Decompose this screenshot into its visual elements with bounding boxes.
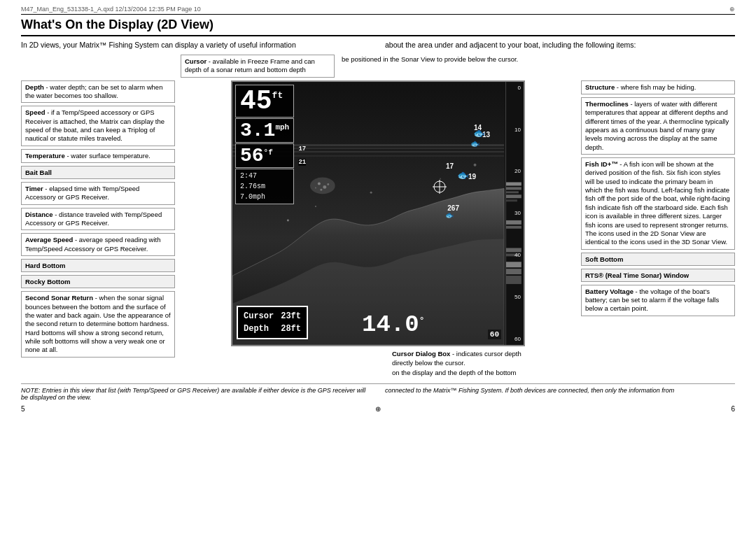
svg-point-13 (320, 189, 322, 191)
label-timer: Timer - elapsed time with Temp/Speed Acc… (21, 182, 175, 205)
header-file-info: M47_Man_Eng_531338-1_A.qxd 12/13/2004 12… (21, 6, 201, 13)
label-temp-text: - water surface temperature. (65, 152, 150, 160)
label-rts-window: RTS® (Real Time Sonar) Window (581, 269, 735, 282)
svg-point-5 (287, 219, 289, 221)
readout-time: 2:47 (240, 171, 289, 181)
sonar-num-21: 21 (298, 159, 306, 166)
center-crosshair: ⊕ (375, 405, 381, 413)
label-structure-text: - where fish may be hiding. (615, 83, 696, 91)
label-depth-text: - water depth; can be set to alarm when … (25, 83, 162, 99)
intro-text: In 2D views, your Matrix™ Fishing System… (21, 41, 735, 49)
header-crosshair: ⊕ (729, 6, 735, 13)
sonar-num-17: 17 (298, 146, 306, 153)
left-column: Depth - water depth; can be set to alarm… (21, 80, 175, 378)
label-bait-ball: Bait Ball (21, 166, 175, 179)
scale-10: 10 (505, 127, 522, 133)
label-structure-bold: Structure (585, 83, 615, 91)
depth-row: Depth 28ft (244, 323, 301, 335)
sonar-cursor-box: Cursor 23ft Depth 28ft (237, 306, 308, 339)
label-thermoclines: Thermoclines - layers of water with diff… (581, 97, 735, 155)
main-layout: Depth - water depth; can be set to alarm… (21, 80, 735, 378)
scale-20: 20 (505, 168, 522, 174)
label-avg-speed-bold: Average Speed (25, 236, 73, 243)
depth-cursor-value: 28ft (281, 323, 301, 335)
cursor-row: Cursor 23ft (244, 310, 301, 323)
cursor-caption-right: on the display and the depth of the bott… (392, 368, 525, 377)
center-column: 45ft 3.1mph 17 21 56°f 2:47 2.76sm 7. (175, 80, 581, 378)
fish-icon-4: 🐟 (445, 211, 454, 219)
sonar-big-num: 14.0° (362, 311, 424, 338)
cursor-intro-row: Cursor - available in Freeze Frame and c… (21, 55, 735, 78)
spacer2 (231, 368, 385, 377)
cursor-label: Cursor (244, 310, 274, 323)
label-speed-bold: Speed (25, 108, 46, 116)
bottom-note-right: connected to the Matrix™ Fishing System.… (371, 387, 735, 401)
scale-sixty: 60 (488, 330, 501, 339)
label-hard-bottom: Hard Bottom (21, 259, 175, 272)
label-temp-bold: Temperature (25, 152, 65, 160)
label-soft-bottom-text: Soft Bottom (585, 255, 623, 263)
svg-point-12 (323, 185, 326, 189)
label-speed: Speed - if a Temp/Speed accessory or GPS… (21, 106, 175, 146)
header-bar: M47_Man_Eng_531338-1_A.qxd 12/13/2004 12… (21, 6, 735, 15)
page-numbers: 5 ⊕ 6 (21, 405, 735, 413)
depth-unit: ft (272, 90, 284, 101)
fish-icon-1: 🐟 (473, 127, 485, 139)
label-soft-bottom: Soft Bottom (581, 253, 735, 266)
bottom-note-left: NOTE: Entries in this view that list (wi… (21, 387, 371, 401)
cursor-intro-center: Cursor - available in Freeze Frame and c… (175, 55, 581, 78)
page-num-right: 6 (731, 405, 735, 413)
cursor-intro-spacer (21, 55, 175, 78)
cursor-value: 23ft (281, 310, 301, 323)
right-column: Structure - where fish may be hiding. Th… (581, 80, 735, 378)
svg-point-7 (370, 192, 372, 194)
bottom-note: NOTE: Entries in this view that list (wi… (21, 383, 735, 401)
label-second-sonar: Second Sonar Return - when the sonar sig… (21, 291, 175, 357)
readout-dist: 2.76sm (240, 181, 289, 192)
label-distance: Distance - distance traveled with Temp/S… (21, 208, 175, 231)
svg-point-6 (315, 206, 316, 207)
fish-icon-3: 🐟 (457, 169, 469, 181)
label-depth-bold: Depth (25, 83, 44, 91)
fish-num-19: 19 (468, 173, 476, 181)
cursor-intro-box: Cursor - available in Freeze Frame and c… (181, 55, 335, 78)
label-battery-bold: Battery Voltage (585, 288, 634, 295)
svg-point-9 (474, 163, 477, 166)
label-second-sonar-bold: Second Sonar Return (25, 294, 93, 302)
fish-icon-2: 🐟 (470, 139, 480, 148)
label-rts-text: RTS® (Real Time Sonar) Window (585, 271, 689, 279)
label-rocky-bottom: Rocky Bottom (21, 275, 175, 288)
speed-unit: mph (275, 123, 289, 132)
svg-point-15 (315, 187, 316, 188)
fish-num-17-right: 17 (446, 162, 454, 170)
sonar-display: 45ft 3.1mph 17 21 56°f 2:47 2.76sm 7. (231, 80, 525, 346)
scale-30: 30 (505, 210, 522, 216)
svg-point-10 (310, 177, 335, 194)
cursor-dialog-bold: Cursor Dialog Box (392, 350, 450, 358)
small-readouts: 2:47 2.76sm 7.0mph (235, 169, 294, 204)
label-second-sonar-text: - when the sonar signal bounces between … (25, 294, 171, 353)
depth-label: Depth (244, 323, 269, 335)
label-avg-speed: Average Speed - average speed reading wi… (21, 233, 175, 256)
page-container: M47_Man_Eng_531338-1_A.qxd 12/13/2004 12… (0, 0, 756, 559)
label-speed-text: - if a Temp/Speed accessory or GPS Recei… (25, 108, 164, 142)
depth-readout: 45ft (235, 85, 294, 118)
cursor-caption-row: Cursor Dialog Box - indicates cursor dep… (231, 349, 525, 368)
temp-value: 56 (240, 145, 264, 167)
label-battery-voltage: Battery Voltage - the voltage of the boa… (581, 285, 735, 316)
label-distance-bold: Distance (25, 211, 53, 218)
label-hard-bottom-text: Hard Bottom (25, 262, 66, 269)
svg-point-11 (318, 182, 321, 185)
cursor-caption-text: Cursor Dialog Box - indicates cursor dep… (392, 349, 525, 368)
temp-readout: 17 21 56°f (235, 143, 294, 168)
intro-left: In 2D views, your Matrix™ Fishing System… (21, 41, 371, 49)
label-fish-id: Fish ID+™ - A fish icon will be shown at… (581, 157, 735, 249)
scale-40: 40 (505, 252, 522, 258)
page-title: What's On the Display (2D View) (21, 17, 735, 36)
cursor-intro-bold: Cursor (185, 57, 206, 65)
cursor-caption-row2: on the display and the depth of the bott… (231, 368, 525, 377)
big-num-unit: ° (419, 316, 425, 326)
label-fish-id-text: - A fish icon will be shown at the deriv… (585, 160, 730, 246)
cursor-intro-right: be positioned in the Sonar View to provi… (342, 55, 575, 78)
big-num-value: 14.0 (362, 311, 419, 338)
